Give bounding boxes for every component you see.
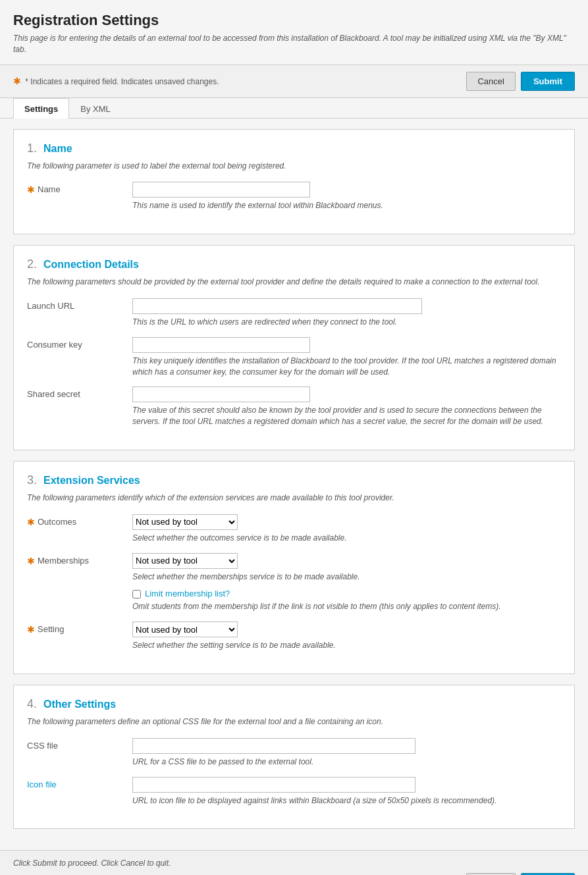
setting-hint: Select whether the setting service is to… xyxy=(132,640,561,651)
memberships-select[interactable]: Not used by tool Supported by tool Requi… xyxy=(132,553,238,569)
setting-required-star: ✱ xyxy=(27,624,35,635)
memberships-required-star: ✱ xyxy=(27,556,35,566)
page-description: This page is for entering the details of… xyxy=(13,33,575,55)
launch-url-field-content: This is the URL to which users are redir… xyxy=(132,298,561,328)
shared-secret-hint: The value of this secret should also be … xyxy=(132,405,561,427)
icon-file-hint: URL to icon file to be displayed against… xyxy=(132,795,561,807)
section-2-title: Connection Details xyxy=(43,259,139,271)
shared-secret-label: Shared secret xyxy=(27,386,132,399)
section-2-description: The following parameters should be provi… xyxy=(27,277,561,288)
section-1-number: 1. xyxy=(27,142,37,155)
css-file-hint: URL for a CSS file to be passed to the e… xyxy=(132,756,561,768)
submit-button-top[interactable]: Submit xyxy=(521,72,575,91)
section-2-number: 2. xyxy=(27,257,37,271)
icon-file-field-content: URL to icon file to be displayed against… xyxy=(132,777,561,807)
footer-text: Click Submit to proceed. Click Cancel to… xyxy=(13,859,575,868)
memberships-field-content: Not used by tool Supported by tool Requi… xyxy=(132,553,561,613)
section-extension: 3. Extension Services The following para… xyxy=(13,461,575,674)
name-input[interactable] xyxy=(132,182,310,198)
setting-field-content: Not used by tool Supported by tool Requi… xyxy=(132,622,561,651)
page-wrapper: Registration Settings This page is for e… xyxy=(0,0,588,875)
limit-membership-label[interactable]: Limit membership list? xyxy=(145,589,230,598)
launch-url-label: Launch URL xyxy=(27,298,132,311)
name-hint: This name is used to identify the extern… xyxy=(132,200,561,211)
limit-membership-row: Limit membership list? xyxy=(132,589,561,598)
section-other-header: 4. Other Settings xyxy=(27,697,561,711)
setting-field-row: ✱ Setting Not used by tool Supported by … xyxy=(27,622,561,651)
name-field-content: This name is used to identify the extern… xyxy=(132,182,561,211)
section-connection: 2. Connection Details The following para… xyxy=(13,245,575,450)
memberships-label: ✱ Memberships xyxy=(27,553,132,566)
icon-file-field-row: Icon file URL to icon file to be display… xyxy=(27,777,561,807)
outcomes-field-content: Not used by tool Supported by tool Requi… xyxy=(132,514,561,544)
css-file-input[interactable] xyxy=(132,738,415,754)
shared-secret-field-content: The value of this secret should also be … xyxy=(132,386,561,427)
required-star-icon: ✱ xyxy=(13,76,21,86)
icon-file-link[interactable]: Icon file xyxy=(27,780,57,789)
outcomes-select[interactable]: Not used by tool Supported by tool Requi… xyxy=(132,514,238,530)
launch-url-input[interactable] xyxy=(132,298,422,314)
tabs: Settings By XML xyxy=(0,98,588,119)
tab-settings[interactable]: Settings xyxy=(13,98,69,119)
section-name-header: 1. Name xyxy=(27,142,561,155)
section-3-title: Extension Services xyxy=(43,475,140,487)
limit-membership-hint: Omit students from the membership list i… xyxy=(132,601,561,612)
outcomes-label: ✱ Outcomes xyxy=(27,514,132,527)
memberships-field-row: ✱ Memberships Not used by tool Supported… xyxy=(27,553,561,613)
outcomes-hint: Select whether the outcomes service is t… xyxy=(132,533,561,544)
css-file-field-row: CSS file URL for a CSS file to be passed… xyxy=(27,738,561,768)
section-connection-header: 2. Connection Details xyxy=(27,257,561,271)
section-name: 1. Name The following parameter is used … xyxy=(13,129,575,235)
consumer-key-field-row: Consumer key This key uniquely identifie… xyxy=(27,337,561,378)
section-1-description: The following parameter is used to label… xyxy=(27,161,561,172)
cancel-button-top[interactable]: Cancel xyxy=(466,72,515,91)
tab-by-xml[interactable]: By XML xyxy=(69,98,122,119)
consumer-key-field-content: This key uniquely identifies the install… xyxy=(132,337,561,378)
name-field-row: ✱ Name This name is used to identify the… xyxy=(27,182,561,211)
section-other: 4. Other Settings The following paramete… xyxy=(13,685,575,829)
page-footer: Click Submit to proceed. Click Cancel to… xyxy=(0,850,588,875)
launch-url-hint: This is the URL to which users are redir… xyxy=(132,317,561,328)
toolbar-buttons: Cancel Submit xyxy=(466,72,575,91)
css-file-field-content: URL for a CSS file to be passed to the e… xyxy=(132,738,561,768)
section-3-number: 3. xyxy=(27,473,37,487)
page-title: Registration Settings xyxy=(13,12,575,29)
toolbar: ✱ * Indicates a required field. Indicate… xyxy=(0,65,588,98)
section-4-number: 4. xyxy=(27,697,37,711)
page-header: Registration Settings This page is for e… xyxy=(0,0,588,65)
section-extension-header: 3. Extension Services xyxy=(27,473,561,487)
memberships-hint: Select whether the memberships service i… xyxy=(132,571,561,583)
limit-membership-checkbox[interactable] xyxy=(132,590,141,598)
outcomes-field-row: ✱ Outcomes Not used by tool Supported by… xyxy=(27,514,561,544)
section-1-title: Name xyxy=(43,143,72,155)
shared-secret-field-row: Shared secret The value of this secret s… xyxy=(27,386,561,427)
consumer-key-label: Consumer key xyxy=(27,337,132,350)
icon-file-label: Icon file xyxy=(27,777,132,789)
outcomes-required-star: ✱ xyxy=(27,517,35,527)
consumer-key-hint: This key uniquely identifies the install… xyxy=(132,356,561,378)
consumer-key-input[interactable] xyxy=(132,337,310,353)
css-file-label: CSS file xyxy=(27,738,132,751)
section-4-title: Other Settings xyxy=(43,699,116,710)
content-area: 1. Name The following parameter is used … xyxy=(0,119,588,851)
setting-select[interactable]: Not used by tool Supported by tool Requi… xyxy=(132,622,238,637)
name-label: ✱ Name xyxy=(27,182,132,195)
launch-url-field-row: Launch URL This is the URL to which user… xyxy=(27,298,561,328)
shared-secret-input[interactable] xyxy=(132,386,310,402)
setting-label: ✱ Setting xyxy=(27,622,132,635)
section-3-description: The following parameters identify which … xyxy=(27,492,561,504)
section-4-description: The following parameters define an optio… xyxy=(27,716,561,728)
name-required-star: ✱ xyxy=(27,184,35,195)
icon-file-input[interactable] xyxy=(132,777,415,793)
required-field-notice: ✱ * Indicates a required field. Indicate… xyxy=(13,76,219,86)
